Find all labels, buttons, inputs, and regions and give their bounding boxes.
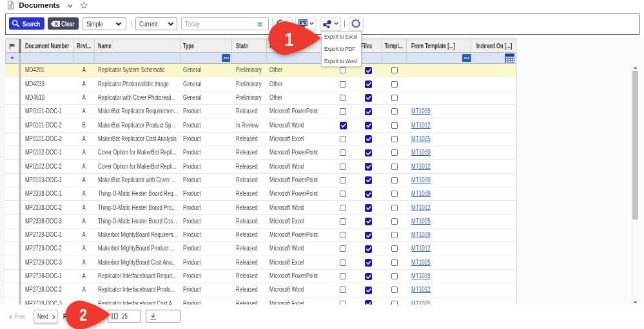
svg-text:1: 1 (284, 28, 293, 50)
svg-text:2: 2 (79, 306, 87, 324)
